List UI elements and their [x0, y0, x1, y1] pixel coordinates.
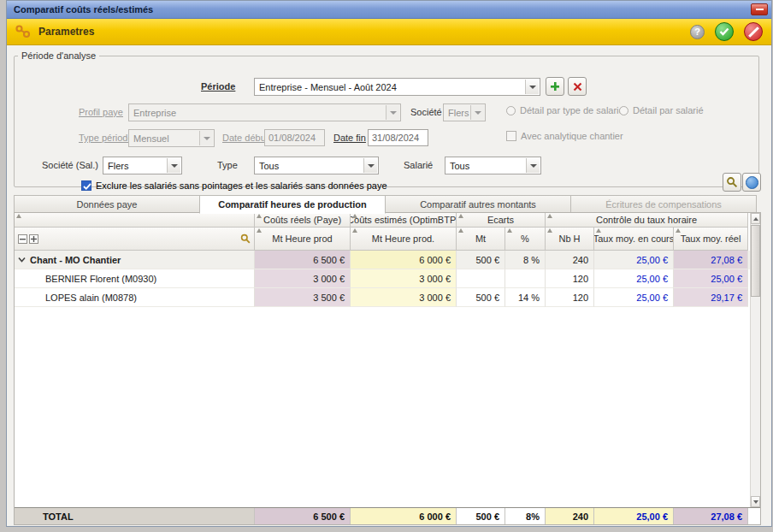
- societe-sal-select[interactable]: Flers: [103, 157, 182, 174]
- cancel-button[interactable]: [744, 22, 763, 41]
- validate-button[interactable]: [715, 22, 734, 41]
- tab-donnees-paye[interactable]: Données paye: [14, 195, 200, 213]
- collapse-chevron-icon[interactable]: [18, 257, 26, 263]
- tab-comparatif-heures-production[interactable]: Comparatif heures de production: [199, 195, 386, 214]
- total-mt-reel: 6 500 €: [255, 508, 351, 524]
- sort-icon[interactable]: [257, 214, 262, 218]
- arrow-up-icon: [753, 217, 758, 221]
- row-label: BERNIER Florent (M0930): [15, 269, 255, 288]
- close-icon: [756, 9, 764, 10]
- cell-taux-cours: 25,00 €: [594, 269, 674, 288]
- sort-icon[interactable]: [507, 228, 512, 233]
- col-cell-taux-reel[interactable]: Taux moy. réel: [674, 228, 748, 251]
- group-cell-empty: [15, 213, 255, 228]
- total-row: TOTAL 6 500 € 6 000 € 500 € 8% 240 25,00…: [15, 507, 760, 524]
- date-debut-input: 01/08/2024: [264, 129, 325, 146]
- total-mt-estime: 6 000 €: [351, 508, 457, 524]
- filter-search-icon[interactable]: [240, 233, 251, 244]
- chevron-down-icon: [470, 105, 484, 120]
- sort-icon[interactable]: [257, 228, 262, 233]
- add-period-button[interactable]: [546, 77, 564, 96]
- cell-mt-estime: 3 000 €: [351, 288, 457, 307]
- preview-button[interactable]: [723, 173, 741, 192]
- date-debut-label: Date début: [222, 133, 268, 143]
- magnifier-icon: [726, 176, 738, 188]
- vertical-scrollbar[interactable]: [750, 213, 760, 507]
- cell-ecart-mt: 500 €: [457, 288, 505, 307]
- group-cell-ecarts: Ecarts: [457, 213, 546, 228]
- col-cell-ecart-mt[interactable]: Mt: [457, 228, 505, 251]
- refresh-view-button[interactable]: [742, 173, 761, 192]
- total-nb-h: 240: [546, 508, 594, 524]
- checkbox-icon: [506, 131, 516, 141]
- sort-icon[interactable]: [676, 228, 681, 233]
- parameters-toolbar: Parametres ?: [7, 19, 771, 45]
- cell-taux-cours: 25,00 €: [594, 288, 674, 307]
- periode-label[interactable]: Période: [201, 81, 235, 92]
- scroll-up-button[interactable]: [751, 213, 760, 224]
- sort-icon[interactable]: [458, 228, 463, 233]
- col-cell-taux-cours[interactable]: Taux moy. en cours: [594, 228, 674, 251]
- app-window: Comparatif coûts réels/estimés Parametre…: [6, 0, 772, 527]
- chevron-down-icon: [525, 80, 539, 94]
- radio-detail-par-salarie-label: Détail par salarié: [633, 105, 704, 115]
- scroll-thumb[interactable]: [751, 225, 760, 297]
- col-cell-mt-reel[interactable]: Mt Heure prod: [255, 228, 351, 251]
- chevron-down-icon: [167, 158, 180, 173]
- col-cell-nb-h[interactable]: Nb H: [546, 228, 594, 251]
- cell-taux-reel: 27,08 €: [674, 251, 748, 269]
- tab-comparatif-autres-montants[interactable]: Comparatif autres montants: [385, 195, 571, 213]
- periode-select[interactable]: Entreprise - Mensuel - Août 2024: [254, 78, 540, 96]
- sort-icon[interactable]: [458, 214, 463, 218]
- date-fin-input[interactable]: 31/08/2024: [368, 129, 428, 146]
- salarie-select[interactable]: Tous: [445, 157, 541, 174]
- cell-ecart-pct: 8 %: [505, 251, 546, 269]
- ban-icon: [748, 27, 759, 38]
- checkbox-exclure[interactable]: Exclure les salariés sans pointages et l…: [81, 180, 387, 191]
- radio-icon: [506, 106, 516, 115]
- header-group-row: Coûts réels (Paye) Coûts estimés (OptimB…: [15, 213, 760, 228]
- window-title: Comparatif coûts réels/estimés: [14, 4, 153, 15]
- total-ecart-mt: 500 €: [457, 508, 505, 524]
- group-cell-couts-reels: Coûts réels (Paye): [255, 213, 351, 228]
- cell-taux-reel: 25,00 €: [674, 269, 748, 288]
- close-button[interactable]: [751, 3, 768, 15]
- help-button[interactable]: ?: [690, 25, 705, 39]
- cell-ecart-pct: [505, 269, 546, 288]
- check-icon: [719, 27, 729, 36]
- chevron-down-icon: [199, 131, 213, 145]
- period-fieldset: Période d'analyse Période Entreprise - M…: [14, 50, 759, 187]
- tab-bar: Données paye Comparatif heures de produc…: [14, 195, 759, 213]
- chevron-down-icon: [526, 158, 540, 173]
- date-fin-label[interactable]: Date fin: [333, 133, 366, 143]
- sort-icon[interactable]: [16, 214, 21, 218]
- cell-taux-cours: 25,00 €: [594, 251, 674, 269]
- societe-value: Flers: [448, 108, 469, 118]
- sort-icon[interactable]: [352, 228, 357, 233]
- sort-icon[interactable]: [352, 214, 357, 218]
- periode-value: Entreprise - Mensuel - Août 2024: [259, 82, 397, 92]
- toolbar-title: Parametres: [38, 26, 94, 38]
- chevron-down-icon: [386, 105, 399, 120]
- cell-mt-reel: 3 000 €: [255, 269, 351, 288]
- table-row[interactable]: BERNIER Florent (M0930) 3 000 € 3 000 € …: [15, 269, 760, 288]
- col-cell-mt-estime[interactable]: Mt Heure prod.: [351, 228, 457, 251]
- col-cell-ecart-pct[interactable]: %: [505, 228, 546, 251]
- radio-detail-par-salarie: Détail par salarié: [619, 105, 704, 115]
- delete-period-button[interactable]: [568, 77, 587, 96]
- checkbox-checked-icon[interactable]: [81, 180, 91, 191]
- type-select[interactable]: Tous: [254, 157, 379, 174]
- cell-nb-h: 240: [546, 251, 594, 269]
- expand-all-button[interactable]: [29, 234, 38, 244]
- profil-paye-label: Profil paye: [79, 107, 123, 117]
- titlebar[interactable]: Comparatif coûts réels/estimés: [7, 1, 771, 19]
- table-row[interactable]: LOPES alain (M0878) 3 500 € 3 000 € 500 …: [15, 288, 760, 307]
- grid-panel: Coûts réels (Paye) Coûts estimés (OptimB…: [14, 212, 761, 525]
- sort-icon[interactable]: [596, 228, 601, 233]
- collapse-all-button[interactable]: [18, 234, 27, 244]
- type-value: Tous: [259, 161, 279, 171]
- table-row[interactable]: Chant - MO Chantier 6 500 € 6 000 € 500 …: [15, 251, 760, 269]
- sort-icon[interactable]: [547, 214, 552, 218]
- sort-icon[interactable]: [547, 228, 552, 233]
- scroll-down-button[interactable]: [751, 496, 760, 507]
